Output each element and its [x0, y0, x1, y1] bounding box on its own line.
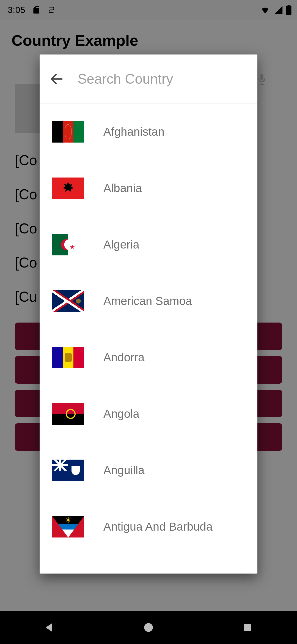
- system-nav-bar: [0, 611, 297, 644]
- flag-icon: ★: [52, 234, 84, 255]
- country-row-albania[interactable]: Albania: [40, 160, 257, 216]
- country-name: Anguilla: [103, 464, 144, 477]
- svg-rect-2: [244, 624, 251, 631]
- flag-icon: [52, 121, 84, 143]
- country-name: American Samoa: [103, 294, 192, 308]
- flag-icon: [52, 460, 84, 481]
- flag-icon: [52, 178, 84, 199]
- country-row-andorra[interactable]: Andorra: [40, 329, 257, 386]
- country-row-angola[interactable]: Angola: [40, 386, 257, 442]
- country-name: Angola: [103, 407, 139, 421]
- country-list[interactable]: Afghanistan Albania ★ Algeria American S…: [40, 103, 257, 574]
- dialog-header: [40, 54, 257, 103]
- country-row-american-samoa[interactable]: American Samoa: [40, 273, 257, 329]
- country-name: Albania: [103, 182, 142, 195]
- nav-recent-icon[interactable]: [241, 621, 254, 634]
- microphone-icon[interactable]: [256, 73, 268, 85]
- nav-back-icon[interactable]: [43, 621, 56, 634]
- country-name: Antigua And Barbuda: [103, 520, 213, 533]
- flag-icon: [52, 403, 84, 425]
- flag-icon: [52, 290, 84, 312]
- flag-icon: ☀: [52, 516, 84, 537]
- back-arrow-icon[interactable]: [49, 71, 64, 87]
- country-name: Algeria: [103, 238, 139, 251]
- svg-point-1: [144, 623, 153, 632]
- nav-home-icon[interactable]: [142, 621, 155, 634]
- country-name: Afghanistan: [103, 125, 164, 138]
- flag-icon: [52, 347, 84, 368]
- country-row-algeria[interactable]: ★ Algeria: [40, 216, 257, 273]
- country-row-afghanistan[interactable]: Afghanistan: [40, 103, 257, 160]
- country-search-dialog: Afghanistan Albania ★ Algeria American S…: [40, 54, 257, 574]
- country-row-antigua-and-barbuda[interactable]: ☀ Antigua And Barbuda: [40, 498, 257, 555]
- country-name: Andorra: [103, 351, 144, 364]
- country-row-anguilla[interactable]: Anguilla: [40, 442, 257, 498]
- search-input[interactable]: [71, 71, 249, 87]
